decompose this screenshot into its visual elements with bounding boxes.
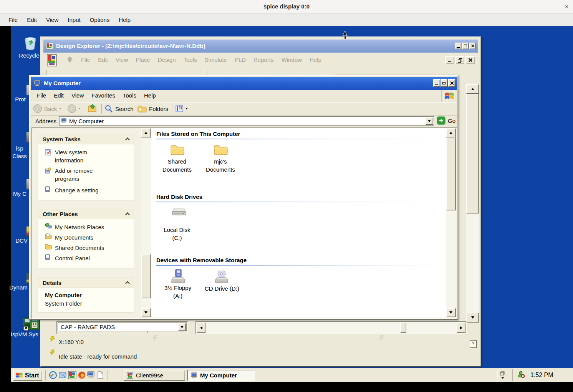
taskbar-button-client99se[interactable]: Client99se — [124, 370, 185, 381]
taskbar-button-my-computer[interactable]: My Computer — [187, 370, 255, 381]
item-floppy-a[interactable]: 3½ Floppy (A:) — [160, 284, 195, 300]
folder-icon[interactable] — [214, 144, 228, 157]
up-one-level-icon[interactable] — [66, 56, 74, 63]
spice-menu-file[interactable]: File — [4, 17, 22, 23]
menu-file[interactable]: File — [33, 90, 50, 101]
link-shared-documents[interactable]: Shared Documents — [55, 244, 104, 252]
menu-favorites[interactable]: Favorites — [88, 90, 119, 101]
collapse-chevron-icon[interactable] — [126, 136, 129, 142]
menu-help[interactable]: Help — [306, 54, 325, 66]
messenger-tray-icon[interactable] — [517, 370, 525, 380]
design-explorer-maximize-button[interactable] — [462, 43, 469, 49]
spice-menu-view[interactable]: View — [41, 17, 63, 23]
folders-button[interactable]: Folders — [137, 103, 168, 114]
menu-place[interactable]: Place — [132, 54, 154, 66]
spice-menu-options[interactable]: Options — [85, 17, 114, 23]
close-button[interactable] — [448, 79, 455, 87]
item-cd-drive-d[interactable]: CD Drive (D:) — [200, 284, 244, 293]
de-scrollbar-thumb[interactable] — [466, 94, 479, 213]
item-local-disk-c[interactable]: Local Disk (C:) — [159, 226, 195, 242]
spice-menu-help[interactable]: Help — [114, 17, 135, 23]
start-button[interactable]: Start — [13, 370, 42, 381]
quicklaunch-document-icon[interactable] — [96, 371, 104, 379]
minimize-button[interactable] — [433, 79, 440, 87]
link-control-panel[interactable]: Control Panel — [55, 254, 90, 262]
desktop-icon-label-recycle[interactable]: Recycle — [14, 52, 45, 60]
menu-view[interactable]: View — [68, 90, 88, 101]
collapse-chevron-icon[interactable] — [126, 211, 129, 217]
help-bubble-icon[interactable]: ? — [470, 340, 477, 348]
task-add-remove-programs[interactable]: Add or remove programs — [55, 167, 113, 183]
link-my-documents[interactable]: My Documents — [55, 233, 93, 241]
collapse-chevron-icon[interactable] — [126, 280, 129, 286]
spice-menu-edit[interactable]: Edit — [22, 17, 41, 23]
desktop-icon-label-myc[interactable]: My C — [11, 190, 29, 198]
spice-close-icon[interactable]: × — [565, 0, 568, 13]
child-close-button[interactable] — [465, 56, 475, 64]
menu-view[interactable]: View — [112, 54, 132, 66]
link-my-network-places[interactable]: My Network Places — [55, 223, 104, 231]
floppy-drive-icon[interactable] — [171, 269, 185, 284]
task-view-system-information[interactable]: View system information — [55, 148, 113, 164]
views-button[interactable] — [176, 103, 188, 114]
de-hscrollbar-thumb[interactable] — [400, 323, 406, 333]
details-header[interactable]: Details — [38, 278, 134, 288]
forward-button[interactable] — [67, 103, 81, 114]
other-places-header[interactable]: Other Places — [38, 209, 134, 219]
de-scroll-left-button[interactable] — [197, 323, 205, 333]
desktop-icon-label-dynamic[interactable]: Dynam — [8, 284, 29, 291]
cd-drive-icon[interactable] — [214, 269, 229, 284]
back-button[interactable]: Back — [33, 103, 62, 114]
system-tasks-header[interactable]: System Tasks — [38, 134, 134, 144]
quicklaunch-internet-explorer-icon[interactable]: e — [49, 371, 57, 379]
menu-window[interactable]: Window — [278, 54, 306, 66]
design-explorer-close-button[interactable] — [469, 43, 476, 49]
child-minimize-button[interactable] — [445, 56, 454, 64]
task-pane-scroll-thumb[interactable] — [141, 254, 151, 298]
up-button[interactable] — [88, 104, 98, 114]
hard-disk-icon[interactable] — [171, 207, 186, 219]
task-change-a-setting[interactable]: Change a setting — [55, 186, 120, 194]
item-mjcs-documents[interactable]: mjc's Documents — [203, 157, 238, 174]
item-shared-documents[interactable]: Shared Documents — [159, 157, 195, 174]
de-scroll-right-button[interactable] — [457, 323, 465, 333]
de-scroll-up-button[interactable] — [466, 84, 479, 94]
task-pane-scroll-down[interactable] — [141, 308, 151, 317]
menu-reports[interactable]: Reports — [250, 54, 278, 66]
quicklaunch-my-computer-icon[interactable] — [87, 371, 95, 379]
de-horizontal-scrollbar[interactable] — [195, 321, 467, 334]
menu-pld[interactable]: PLD — [231, 54, 250, 66]
menu-tools[interactable]: Tools — [119, 90, 140, 101]
menu-edit[interactable]: Edit — [94, 54, 112, 66]
toolbar-chevron-icon[interactable] — [500, 371, 505, 380]
address-combobox[interactable]: My Computer — [59, 116, 434, 126]
menu-file[interactable]: File — [77, 54, 94, 66]
combo-dropdown-button[interactable] — [178, 323, 186, 331]
list-scroll-up[interactable] — [446, 128, 456, 137]
desktop-icon-label-protel[interactable]: Prot — [12, 96, 29, 103]
desktop-icon-label-ispvm[interactable]: ispVM Sys — [8, 331, 41, 338]
quicklaunch-mail-icon[interactable] — [58, 371, 67, 379]
desktop-icon-label-ispclass[interactable]: isp Class — [11, 145, 28, 160]
folder-icon[interactable] — [170, 144, 185, 157]
list-scroll-down[interactable] — [446, 308, 456, 317]
footprint-combobox[interactable]: CAP - RANGE PADS — [58, 323, 187, 331]
menu-edit[interactable]: Edit — [50, 90, 68, 101]
recycle-bin-icon[interactable] — [22, 35, 39, 51]
de-scroll-down-button[interactable] — [466, 313, 479, 323]
design-explorer-minimize-button[interactable] — [455, 43, 461, 49]
list-scroll-thumb[interactable] — [446, 137, 456, 210]
desktop-icon-label-dcv[interactable]: DCV — [14, 237, 29, 245]
search-button[interactable]: Search — [104, 103, 134, 114]
menu-simulate[interactable]: Simulate — [201, 54, 231, 66]
menu-design[interactable]: Design — [154, 54, 180, 66]
spice-menu-input[interactable]: Input — [63, 17, 85, 23]
child-restore-button[interactable] — [455, 56, 464, 64]
address-dropdown-button[interactable] — [426, 117, 433, 125]
menu-help[interactable]: Help — [140, 90, 160, 101]
menu-tools[interactable]: Tools — [180, 54, 201, 66]
task-pane-scroll-up[interactable] — [141, 128, 151, 137]
quicklaunch-client99se-icon[interactable] — [68, 371, 76, 379]
quicklaunch-firefox-icon[interactable] — [78, 371, 86, 379]
maximize-button[interactable] — [441, 79, 447, 87]
